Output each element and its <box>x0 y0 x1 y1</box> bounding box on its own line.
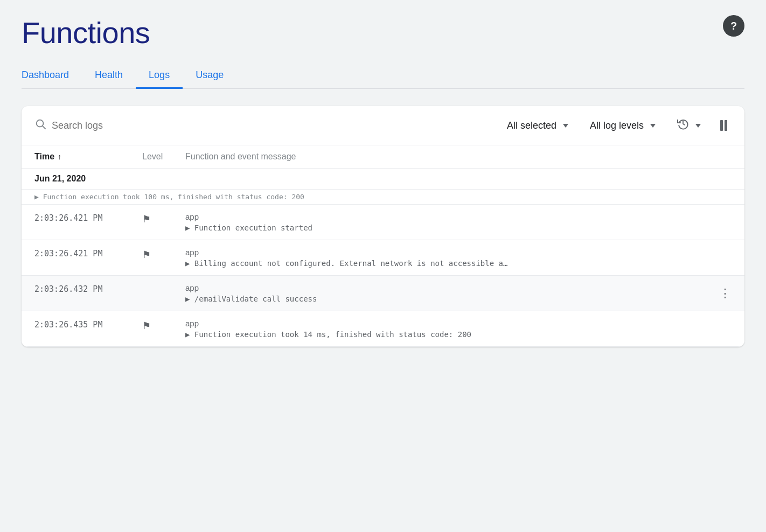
log-level: ⚑ <box>142 212 185 225</box>
help-button[interactable]: ? <box>723 15 744 37</box>
log-source: app <box>185 248 732 257</box>
table-header: Time ↑ Level Function and event message <box>22 145 744 168</box>
log-message: ▶ Function execution took 14 ms, finishe… <box>185 330 732 339</box>
pause-button[interactable] <box>716 117 732 134</box>
log-level: ⚑ <box>142 248 185 261</box>
table-row: 2:03:26.421 PM ⚑ app ▶ Function executio… <box>22 205 744 240</box>
col-header-time[interactable]: Time ↑ <box>34 152 142 162</box>
log-time: 2:03:26.421 PM <box>34 248 142 258</box>
table-row: 2:03:26.435 PM ⚑ app ▶ Function executio… <box>22 311 744 347</box>
tab-usage[interactable]: Usage <box>183 63 236 89</box>
date-group-header: Jun 21, 2020 <box>22 168 744 190</box>
flag-icon: ⚑ <box>142 249 151 261</box>
tab-logs[interactable]: Logs <box>136 63 183 89</box>
tabs-bar: Dashboard Health Logs Usage <box>22 63 744 89</box>
logs-panel: All selected All log levels <box>22 106 744 347</box>
col-header-message: Function and event message <box>185 152 732 162</box>
chevron-down-icon <box>650 124 656 128</box>
log-content: app ▶ Billing account not configured. Ex… <box>185 248 732 268</box>
search-bar: All selected All log levels <box>22 106 744 145</box>
log-message: ▶ /emailValidate call success <box>185 295 732 303</box>
log-time: 2:03:26.435 PM <box>34 319 142 330</box>
log-message: ▶ Function execution started <box>185 223 732 232</box>
tab-health[interactable]: Health <box>82 63 136 89</box>
col-header-level: Level <box>142 152 185 162</box>
log-source: app <box>185 283 732 292</box>
row-menu-button[interactable]: ⋮ <box>719 286 732 300</box>
search-input-wrap <box>34 118 492 133</box>
page-title: Functions <box>22 15 744 50</box>
truncated-log-row: ▶ Function execution took 100 ms, finish… <box>22 190 744 205</box>
table-row: 2:03:26.421 PM ⚑ app ▶ Billing account n… <box>22 240 744 276</box>
pause-icon <box>720 120 727 131</box>
table-row: 2:03:26.432 PM app ▶ /emailValidate call… <box>22 276 744 311</box>
log-source: app <box>185 212 732 221</box>
log-time: 2:03:26.421 PM <box>34 212 142 223</box>
sort-arrow-icon: ↑ <box>58 152 61 161</box>
log-content: app ▶ /emailValidate call success <box>185 283 732 303</box>
chevron-down-icon <box>695 124 701 128</box>
flag-icon: ⚑ <box>142 213 151 225</box>
chevron-down-icon <box>563 124 568 128</box>
log-levels-filter[interactable]: All log levels <box>583 117 662 135</box>
history-icon <box>677 118 689 133</box>
svg-line-1 <box>43 126 45 129</box>
all-selected-filter[interactable]: All selected <box>500 117 575 135</box>
search-icon <box>34 118 46 133</box>
log-source: app <box>185 319 732 328</box>
log-content: app ▶ Function execution started <box>185 212 732 232</box>
log-level <box>142 283 185 284</box>
tab-dashboard[interactable]: Dashboard <box>22 63 82 89</box>
search-input[interactable] <box>52 120 492 131</box>
log-level: ⚑ <box>142 319 185 332</box>
log-message: ▶ Billing account not configured. Extern… <box>185 259 732 268</box>
log-content: app ▶ Function execution took 14 ms, fin… <box>185 319 732 339</box>
time-filter[interactable] <box>671 115 707 136</box>
log-time: 2:03:26.432 PM <box>34 283 142 294</box>
flag-icon: ⚑ <box>142 320 151 332</box>
